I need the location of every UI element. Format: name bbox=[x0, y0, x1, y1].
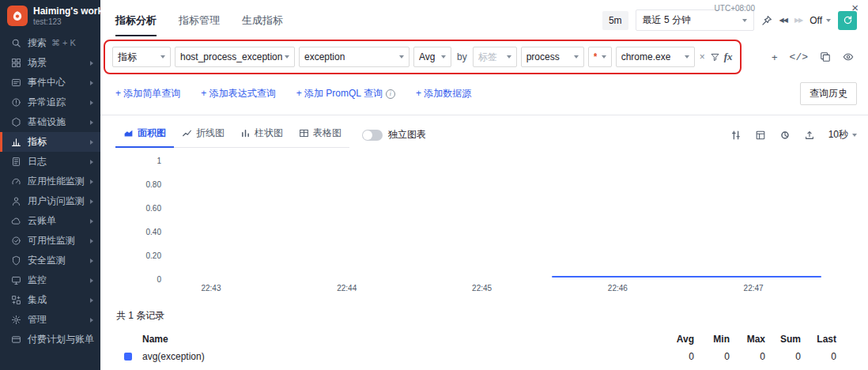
add-simple-query-link[interactable]: + 添加简单查询 bbox=[115, 87, 180, 100]
series-last-value: 0 bbox=[801, 351, 836, 362]
column-header-avg: Avg bbox=[659, 334, 694, 345]
y-axis-tick: 1 bbox=[157, 157, 161, 165]
field-select[interactable]: exception bbox=[299, 47, 409, 67]
sidebar-item-logs[interactable]: 日志 bbox=[0, 152, 100, 172]
chart-panel: 面积图 折线图 柱状图 表格图 bbox=[100, 115, 868, 370]
sidebar-item-billing[interactable]: 付费计划与账单 bbox=[0, 330, 100, 349]
metrics-icon bbox=[10, 137, 21, 148]
filter-operator-select[interactable]: * bbox=[588, 47, 612, 67]
sidebar-item-cloud-billing[interactable]: 云账单 bbox=[0, 211, 100, 231]
pin-icon[interactable] bbox=[761, 15, 772, 26]
sidebar-item-metrics[interactable]: 指标 bbox=[0, 132, 100, 152]
sidebar-item-label: 日志 bbox=[28, 155, 47, 168]
y-axis-tick: 0.80 bbox=[146, 180, 161, 189]
y-axis-tick: 0.40 bbox=[146, 228, 161, 236]
function-fx-button[interactable]: fx bbox=[724, 51, 733, 63]
sidebar-item-apm[interactable]: 应用性能监测 bbox=[0, 172, 100, 191]
tab-line-chart[interactable]: 折线图 bbox=[174, 126, 232, 148]
sidebar-item-error-tracking[interactable]: 异常追踪 bbox=[0, 92, 100, 112]
query-history-button[interactable]: 查询历史 bbox=[800, 82, 857, 105]
aggregation-select[interactable]: Avg bbox=[413, 47, 451, 67]
workspace-switcher[interactable]: Haiming's work... test:123 bbox=[0, 0, 100, 31]
chevron-down-icon bbox=[826, 19, 831, 22]
series-avg-value: 0 bbox=[659, 351, 694, 362]
tab-metric-analysis[interactable]: 指标分析 bbox=[115, 13, 157, 36]
sidebar-item-monitoring[interactable]: 监控 bbox=[0, 270, 100, 290]
tab-table-chart[interactable]: 表格图 bbox=[291, 126, 349, 148]
summary-table-header: Name Avg Min Max Sum Last bbox=[115, 330, 857, 348]
live-refresh-select[interactable]: Off bbox=[810, 15, 831, 26]
chevron-down-icon bbox=[441, 55, 446, 59]
chevron-right-icon bbox=[90, 140, 93, 145]
sidebar-item-integrations[interactable]: 集成 bbox=[0, 290, 100, 310]
chart-panel-actions: 10秒 bbox=[730, 128, 857, 146]
query-type-select[interactable]: 指标 bbox=[112, 47, 171, 67]
sidebar-item-security[interactable]: 安全监测 bbox=[0, 251, 100, 270]
series-color-swatch bbox=[124, 353, 132, 361]
sidebar-item-label: 可用性监测 bbox=[28, 234, 75, 247]
topbar: 指标分析 指标管理 生成指标 UTC+08:00 5m 最近 5 分钟 ◀◀ ▶… bbox=[100, 0, 868, 36]
refresh-button[interactable] bbox=[838, 11, 857, 30]
filter-key-select[interactable]: process bbox=[521, 47, 584, 67]
tab-metric-management[interactable]: 指标管理 bbox=[179, 13, 220, 36]
column-header-max: Max bbox=[730, 334, 765, 345]
eye-icon[interactable] bbox=[843, 51, 854, 62]
add-expression-query-link[interactable]: + 添加表达式查询 bbox=[201, 87, 275, 100]
remove-filter-icon[interactable]: × bbox=[699, 51, 706, 62]
tab-area-chart[interactable]: 面积图 bbox=[115, 126, 174, 148]
filter-funnel-icon[interactable] bbox=[710, 52, 720, 62]
export-icon[interactable] bbox=[804, 130, 815, 141]
billing-icon bbox=[10, 334, 21, 345]
sidebar-item-management[interactable]: 管理 bbox=[0, 310, 100, 330]
sidebar: Haiming's work... test:123 搜索 ⌘ + K 场景 事… bbox=[0, 0, 100, 370]
sidebar-item-label: 集成 bbox=[28, 293, 47, 307]
column-header-name: Name bbox=[115, 334, 659, 345]
add-datasource-link[interactable]: + 添加数据源 bbox=[416, 87, 471, 100]
chevron-down-icon bbox=[574, 55, 579, 59]
rum-icon bbox=[10, 196, 21, 207]
column-header-last: Last bbox=[801, 334, 836, 345]
chart-type-icon[interactable] bbox=[730, 130, 742, 141]
refresh-interval-select[interactable]: 10秒 bbox=[828, 128, 857, 142]
management-icon bbox=[10, 315, 21, 326]
sidebar-item-infrastructure[interactable]: 基础设施 bbox=[0, 112, 100, 132]
event-center-icon bbox=[10, 77, 21, 89]
sidebar-item-label: 事件中心 bbox=[28, 76, 66, 89]
by-label: by bbox=[455, 51, 469, 62]
chevron-right-icon bbox=[90, 81, 93, 85]
sidebar-item-availability[interactable]: 可用性监测 bbox=[0, 231, 100, 251]
sidebar-item-rum[interactable]: 用户访问监测 bbox=[0, 191, 100, 211]
data-table-icon[interactable] bbox=[755, 130, 766, 141]
series-line bbox=[552, 276, 821, 278]
independent-chart-toggle[interactable]: 独立图表 bbox=[362, 128, 426, 146]
tab-generate-metrics[interactable]: 生成指标 bbox=[242, 13, 283, 36]
copy-icon[interactable] bbox=[820, 51, 831, 62]
sidebar-item-label: 管理 bbox=[28, 313, 47, 327]
metric-select[interactable]: host_process_exception bbox=[175, 47, 295, 67]
sidebar-item-scenes[interactable]: 场景 bbox=[0, 53, 100, 73]
code-view-icon[interactable]: </> bbox=[790, 51, 808, 63]
step-backward-button[interactable]: ◀◀ bbox=[779, 17, 787, 24]
group-by-tag-select[interactable]: 标签 bbox=[473, 47, 517, 67]
filter-value-select[interactable]: chrome.exe bbox=[616, 47, 695, 67]
sidebar-item-event-center[interactable]: 事件中心 bbox=[0, 73, 100, 92]
table-row[interactable]: avg(exception) 0 0 0 0 0 bbox=[115, 348, 857, 365]
tab-bar-chart[interactable]: 柱状图 bbox=[232, 126, 291, 148]
time-range-select[interactable]: 最近 5 分钟 bbox=[636, 9, 754, 31]
series-sum-value: 0 bbox=[765, 351, 801, 362]
chevron-right-icon bbox=[90, 179, 93, 184]
step-forward-button[interactable]: ▶▶ bbox=[794, 17, 802, 24]
chevron-right-icon bbox=[90, 298, 93, 303]
record-count: 共 1 条记录 bbox=[115, 296, 857, 330]
timeseries-chart[interactable]: 1 0.80 0.60 0.40 0.20 0 22:43 22:44 22:4… bbox=[134, 156, 847, 296]
chevron-down-icon bbox=[852, 134, 857, 137]
add-query-icon[interactable]: + bbox=[772, 52, 778, 62]
sidebar-item-search[interactable]: 搜索 ⌘ + K bbox=[0, 33, 100, 53]
line-chart-icon bbox=[182, 128, 192, 138]
query-toolbar: + </> bbox=[772, 51, 857, 63]
add-promql-query-link[interactable]: + 添加 PromQL 查询i bbox=[296, 87, 395, 100]
chart-settings-icon[interactable] bbox=[779, 130, 791, 141]
chevron-down-icon bbox=[742, 19, 747, 22]
quick-range-button[interactable]: 5m bbox=[602, 11, 628, 30]
time-controls: 5m 最近 5 分钟 ◀◀ ▶▶ Off bbox=[602, 9, 857, 31]
